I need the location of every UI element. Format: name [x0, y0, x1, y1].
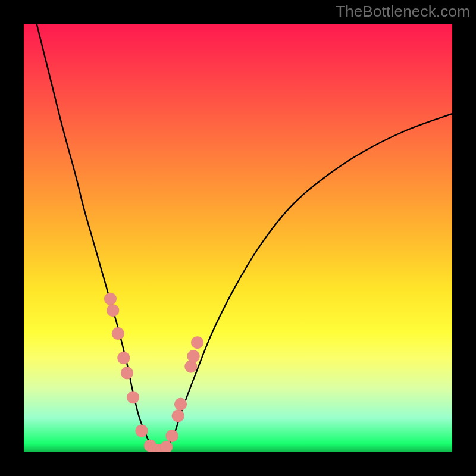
scatter-points: [104, 293, 203, 452]
scatter-point: [104, 293, 117, 305]
curve-layer: [24, 24, 452, 452]
scatter-point: [127, 391, 139, 403]
watermark-text: TheBottleneck.com: [336, 2, 470, 21]
scatter-point: [191, 336, 203, 349]
scatter-point: [107, 304, 119, 317]
scatter-point: [112, 327, 124, 340]
curve-right: [165, 114, 452, 450]
scatter-point: [136, 425, 148, 437]
chart-frame: TheBottleneck.com: [0, 0, 476, 476]
scatter-point: [174, 398, 187, 411]
curve-left: [37, 24, 155, 450]
scatter-point: [187, 350, 200, 362]
scatter-point: [117, 352, 130, 364]
plot-area: [24, 24, 452, 452]
scatter-point: [172, 409, 184, 422]
scatter-point: [166, 430, 178, 442]
scatter-point: [121, 367, 133, 379]
scatter-point: [160, 441, 173, 452]
